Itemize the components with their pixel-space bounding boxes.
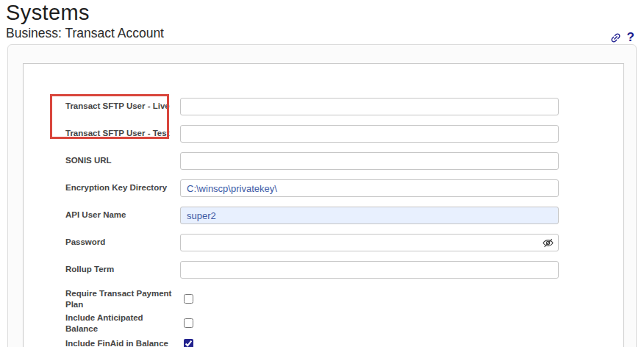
input-wrap [180,207,559,224]
form-row: API User Name [65,207,623,224]
include-anticipated-balance-checkbox[interactable] [184,318,193,328]
input-wrap [180,98,559,115]
form-row: Encryption Key Directory [65,179,623,197]
header-icons: ? [609,30,634,45]
page-subtitle: Business: Transact Account [6,25,164,41]
input-wrap [180,152,559,170]
field-label: Rollup Term [65,265,180,275]
field-label: Require Transact Payment Plan [65,288,176,310]
input-wrap [180,261,559,279]
require-transact-payment-plan-checkbox[interactable] [184,294,193,304]
include-finaid-in-balance-checkbox[interactable] [184,339,193,347]
field-label: Include FinAid in Balance [65,338,176,347]
form-area: Transact SFTP User - Live Transact SFTP … [24,64,623,347]
transact-sftp-user-live-input[interactable] [180,98,559,115]
input-wrap [180,234,559,251]
transact-sftp-user-test-input[interactable] [180,125,559,143]
field-label: Password [65,237,180,248]
field-label: Transact SFTP User - Test [65,129,180,139]
form-row: Require Transact Payment Plan [65,288,623,310]
link-icon[interactable] [609,32,622,44]
form-row: Include Anticipated Balance [65,312,623,334]
field-label: SONIS URL [65,156,180,166]
form-row: Password [65,234,623,251]
form-row: Include FinAid in Balance [65,337,623,347]
field-label: Include Anticipated Balance [65,312,176,334]
outer-panel: Transact SFTP User - Live Transact SFTP … [7,44,637,347]
api-user-name-input[interactable] [180,207,559,224]
page-title: Systems [6,0,164,25]
form-row: Transact SFTP User - Live [65,98,623,115]
form-row: SONIS URL [65,152,623,170]
input-wrap [180,125,559,143]
input-wrap [180,179,559,197]
checkbox-section: Require Transact Payment Plan Include An… [65,288,623,347]
rollup-term-input[interactable] [180,261,559,279]
page-header: Systems Business: Transact Account [6,0,164,41]
password-visibility-toggle[interactable] [542,237,554,249]
field-label: API User Name [65,210,180,221]
eye-off-icon [542,237,554,249]
encryption-key-directory-input[interactable] [180,179,559,197]
password-input[interactable] [180,234,559,251]
question-mark-icon[interactable]: ? [627,30,634,45]
field-label: Transact SFTP User - Live [65,101,180,112]
field-label: Encryption Key Directory [65,183,180,193]
form-row: Transact SFTP User - Test [65,125,623,143]
form-row: Rollup Term [65,261,623,279]
sonis-url-input[interactable] [180,152,559,170]
form-panel: Transact SFTP User - Live Transact SFTP … [23,63,624,347]
